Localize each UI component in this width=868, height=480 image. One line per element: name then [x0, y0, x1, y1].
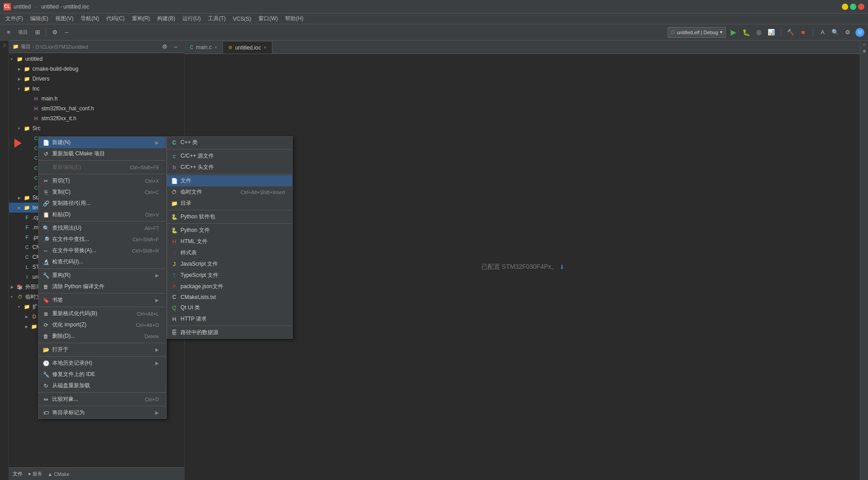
stop-btn[interactable]: ■ [798, 27, 808, 37]
panel-close-btn[interactable]: – [171, 42, 181, 52]
tree-item-inc[interactable]: ▾ 📁 Inc [9, 84, 184, 94]
tab-close-icon[interactable]: × [215, 45, 217, 50]
toolbar-project-btn[interactable]: ≡ [4, 27, 14, 37]
ctx-inspect-code[interactable]: 🔬 检查代码(I)... [39, 256, 166, 267]
ctx-optimize-imports[interactable]: ⟳ 优化 import(Z) Ctrl+Alt+O [39, 319, 166, 331]
tree-item-main-h[interactable]: H main.h [9, 94, 184, 104]
coverage-btn[interactable]: ◎ [754, 27, 764, 37]
menu-navigate[interactable]: 导航(N) [77, 14, 103, 23]
submenu-python-file[interactable]: 🐍 Python 文件 [167, 225, 292, 236]
toolbar-settings-btn[interactable]: ⚙ [50, 27, 60, 37]
menu-window[interactable]: 窗口(W) [255, 14, 281, 23]
submenu-qt-ui[interactable]: Q Qt UI 类 [167, 302, 292, 313]
menu-file[interactable]: 文件(F) [2, 14, 27, 23]
ctx-compare[interactable]: ⇔ 比较对象... Ctrl+D [39, 394, 166, 405]
submenu-js-file[interactable]: J JavaScript 文件 [167, 258, 292, 270]
debug-selector[interactable]: ⬡ untitled.elf | Debug ▾ [668, 27, 726, 38]
menu-tools[interactable]: 工具(T) [204, 14, 229, 23]
ctx-fix-ide[interactable]: 🔧 修复文件上的 IDE [39, 369, 166, 380]
ctx-label: 将目录标记为 [52, 409, 85, 417]
ctx-label: 剪切(T) [52, 177, 70, 185]
tree-root[interactable]: ▾ 📁 untitled [9, 54, 184, 64]
ctx-bookmarks[interactable]: 🔖 书签 ▶ [39, 294, 166, 306]
submenu-c-source[interactable]: c C/C++ 源文件 [167, 150, 292, 162]
build-btn[interactable]: 🔨 [786, 27, 796, 37]
tab-close-icon[interactable]: × [264, 45, 267, 50]
submenu-python-package[interactable]: 🐍 Python 软件包 [167, 211, 292, 222]
profile-btn[interactable]: 📊 [766, 27, 776, 37]
minimize-button[interactable] [842, 4, 848, 10]
panel-tab-files[interactable]: 文件 [13, 471, 23, 477]
tree-item-src[interactable]: ▾ 📁 Src [9, 123, 184, 133]
submenu-scratch-file[interactable]: ⏱ 临时文件 Ctrl+Alt+Shift+Insert [167, 186, 292, 198]
avatar[interactable]: U [855, 28, 864, 37]
menu-vcs[interactable]: VCS(S) [229, 15, 255, 23]
right-icon-2[interactable]: ◉ [863, 49, 866, 53]
close-button[interactable] [858, 4, 864, 10]
ctx-reformat[interactable]: ≣ 重新格式化代码(B) Ctrl+Alt+L [39, 308, 166, 319]
menu-run[interactable]: 运行(U) [179, 14, 204, 23]
submenu-cmake-lists[interactable]: C CMakeLists.txt [167, 292, 292, 302]
delete-icon: 🗑 [42, 333, 50, 340]
ctx-find-usages[interactable]: 🔍 查找用法(U) Alt+F7 [39, 222, 166, 234]
submenu-file[interactable]: 📄 文件 [167, 175, 292, 186]
toolbar-sep-3 [813, 28, 813, 37]
folder-icon: 📁 [23, 65, 31, 72]
submenu-html-file[interactable]: H HTML 文件 [167, 236, 292, 247]
ctx-open-in[interactable]: 📂 打开于 ▶ [39, 344, 166, 355]
tree-item-cmake-build[interactable]: ▶ 📁 cmake-build-debug [9, 64, 184, 74]
info-icon[interactable]: ℹ [561, 264, 563, 270]
tree-item-hal-conf[interactable]: H stm32f0xx_hal_conf.h [9, 104, 184, 113]
menu-build[interactable]: 构建(B) [154, 14, 179, 23]
menu-view[interactable]: 视图(V) [52, 14, 77, 23]
ctx-copy[interactable]: ⎘ 复制(C) Ctrl+C [39, 186, 166, 198]
ctx-paste[interactable]: 📋 粘贴(D) Ctrl+V [39, 209, 166, 220]
toolbar-collapse-btn[interactable]: – [62, 27, 72, 37]
maximize-button[interactable] [850, 4, 856, 10]
settings-gear-btn[interactable]: ⚙ [843, 27, 853, 37]
chevron-right-icon: ▶ [25, 315, 31, 319]
chevron-right-icon: ▶ [155, 273, 159, 278]
ctx-cut[interactable]: ✂ 剪切(T) Ctrl+X [39, 175, 166, 186]
ctx-refactor[interactable]: 🔧 重构(R) ▶ [39, 270, 166, 281]
menu-help[interactable]: 帮助(H) [281, 14, 307, 23]
submenu-package-json[interactable]: P package.json文件 [167, 281, 292, 292]
toolbar-expand-btn[interactable]: ⊞ [32, 27, 42, 37]
submenu-stylesheet[interactable]: S 样式表 [167, 247, 292, 258]
ctx-find-in-files[interactable]: 🔎 在文件中查找... Ctrl+Shift+F [39, 234, 166, 245]
panel-settings-btn[interactable]: ⚙ [160, 42, 170, 52]
debug-button[interactable]: 🐛 [741, 27, 751, 37]
ctx-mark-dir[interactable]: 🏷 将目录标记为 ▶ [39, 407, 166, 418]
sidebar-icon-1[interactable]: ☰ [2, 42, 7, 49]
tab-untitled-ioc[interactable]: ⚙ untitled.ioc × [223, 41, 272, 54]
menu-edit[interactable]: 编辑(E) [27, 14, 52, 23]
ctx-reload-from-disk[interactable]: ↻ 从磁盘重新加载 [39, 380, 166, 391]
submenu-datasource-in-path[interactable]: 🗄 路径中的数据源 [167, 327, 292, 338]
tab-main-c[interactable]: C main.c × [185, 41, 223, 54]
ctx-delete[interactable]: 🗑 删除(D)... Delete [39, 331, 166, 342]
search-everywhere-btn[interactable]: 🔍 [830, 27, 840, 37]
ctx-new[interactable]: 📄 新建(N) ▶ [39, 137, 166, 148]
panel-tab-services[interactable]: ● 服务 [28, 471, 42, 477]
submenu-http-request[interactable]: H HTTP 请求 [167, 313, 292, 325]
submenu-cpp-class[interactable]: C C++ 类 [167, 137, 292, 148]
ctx-reload-cmake[interactable]: ↺ 重新加载 CMake 项目 [39, 148, 166, 159]
ctx-copy-path[interactable]: 🔗 复制路径/引用... [39, 198, 166, 209]
ctx-local-history[interactable]: 🕐 本地历史记录(H) ▶ [39, 358, 166, 369]
ctx-replace-in-files[interactable]: ↔ 在文件中替换(A)... Ctrl+Shift+R [39, 245, 166, 256]
menu-code[interactable]: 代码(C) [103, 14, 128, 23]
submenu-ts-file[interactable]: T TypeScript 文件 [167, 270, 292, 281]
submenu-c-header[interactable]: h C/C++ 头文件 [167, 162, 292, 173]
translate-btn[interactable]: A [818, 27, 827, 37]
right-icon-1[interactable]: ≡ [863, 42, 865, 47]
submenu-directory[interactable]: 📁 目录 [167, 198, 292, 209]
folder-icon: 📁 [23, 75, 31, 82]
folder-icon: 📁 [23, 85, 31, 92]
ctx-clear-python[interactable]: 🗑 清除 Python 编译文件 [39, 281, 166, 292]
tree-item-it-h[interactable]: H stm32f0xx_it.h [9, 113, 184, 123]
tree-item-drivers[interactable]: ▶ 📁 Drivers [9, 74, 184, 84]
ctx-re-edit: 重新编辑(E) Ctrl+Shift+F9 [39, 162, 166, 173]
run-button[interactable]: ▶ [728, 27, 738, 37]
menu-refactor[interactable]: 重构(R) [128, 14, 154, 23]
panel-tab-cmake[interactable]: ▲ CMake [48, 471, 70, 477]
